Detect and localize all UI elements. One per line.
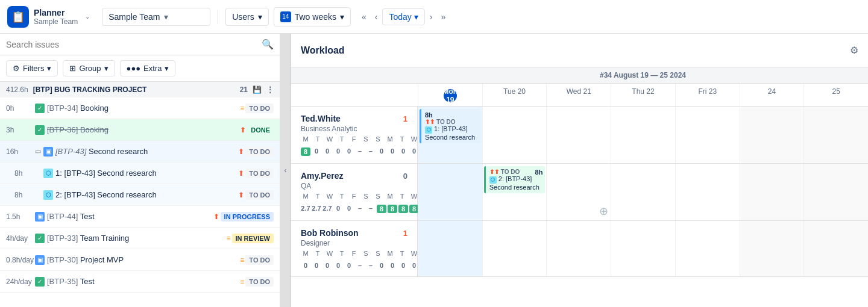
bob-day-0[interactable] [418,221,482,276]
issue-row-btp36[interactable]: 3h ✓ [BTP-36] Booking ⬆ DONE [0,119,280,141]
users-selector[interactable]: Users ▾ [225,8,269,26]
user-info-amy: Amy.Perez 0 QA MTWTFSSMTWTFSSΣ 2.7 2.7 2… [291,164,418,220]
ted-day-6[interactable] [804,107,868,163]
workload-header: Workload ⚙ [291,34,868,67]
issue-title: [BTP-34] Booking [47,104,240,113]
priority-icon: ≡ [240,256,244,264]
day-col-mon: Mon 19 [418,84,482,106]
day-col-thu: Thu 22 [611,84,675,106]
ted-event-0[interactable]: 8h ⬆⬆ TO DO ⬡ 1: [BTP-43] Second researc… [420,109,481,143]
amy-day-0[interactable] [418,164,482,220]
app-icon: 📋 [7,6,29,28]
search-input[interactable] [6,40,258,49]
issue-title: [BTP-43] Second research [55,147,238,156]
issue-row-btp35[interactable]: 24h/day ✓ [BTP-35] Test ≡ TO DO [0,271,280,293]
collapse-panel-button[interactable]: ‹ [280,34,291,307]
issue-hours: 1.5h [6,212,35,221]
user-count-ted: 1 [403,114,407,123]
user-row-amy: Amy.Perez 0 QA MTWTFSSMTWTFSSΣ 2.7 2.7 2… [291,164,868,221]
nav-prev-button[interactable]: ‹ [371,10,382,24]
app-title-chevron[interactable]: ⌄ [85,13,90,20]
project-more-icon[interactable]: ⋮ [266,85,274,94]
day-col-fri: Fri 23 [675,84,740,106]
user-row-ted: Ted.White 1 Business Analytic MTWTFSSMTW… [291,107,868,164]
issue-hours: 8h [14,169,43,178]
amy-day-3[interactable] [611,164,675,220]
bob-day-6[interactable] [804,221,868,276]
add-event-icon[interactable]: ⊕ [599,205,608,218]
user-info-bob: Bob Robinson 1 Designer MTWTFSSMTWTFSSΣ … [291,221,418,276]
priority-icon: ⬆ [238,191,244,199]
bob-day-1[interactable] [482,221,547,276]
day-header-row: Mon 19 Tue 20 Wed 21 Thu 22 Fri 23 24 25 [291,84,868,107]
nav-first-button[interactable]: « [358,10,370,24]
today-button[interactable]: Today ▾ [382,8,424,25]
ted-day-3[interactable] [611,107,675,163]
bob-day-3[interactable] [611,221,675,276]
ted-day-5[interactable] [740,107,804,163]
project-save-icon[interactable]: 💾 [253,85,262,94]
issue-title: [BTP-44] Test [47,212,213,221]
bob-day-2[interactable] [546,221,611,276]
filters-button[interactable]: ⚙ Filters ▾ [6,60,58,76]
project-name: [BTP] BUG TRACKING PROJECT [33,85,147,94]
nav-last-button[interactable]: » [437,10,449,24]
ted-day-4[interactable] [675,107,740,163]
workload-title: Workload [301,45,345,56]
bob-day-4[interactable] [675,221,740,276]
event-subtask-icon: ⬡ [489,176,497,184]
week-spacer [291,67,418,83]
issue-row-btp43-2[interactable]: 8h ⬡ 2: [BTP-43] Second research ⬆ TO DO [0,184,280,206]
ted-hours-row: 8 0 0 0 0 – – 0 0 0 0 0 – [301,147,407,156]
group-label: Group [79,64,101,73]
amy-event-1[interactable]: 8h ⬆⬆ TO DO ⬡ 2: [BTP-43] Second researc… [484,166,546,193]
bob-day-5[interactable] [740,221,804,276]
status-badge: IN REVIEW [232,234,274,243]
status-badge: IN PROGRESS [221,212,274,222]
priority-icon: ⬆ [213,212,219,221]
ted-day-1[interactable] [482,107,547,163]
bob-calendar [418,221,868,276]
issue-type-icon: ▣ [43,147,53,157]
ted-day-2[interactable] [546,107,611,163]
amy-day-2[interactable]: ⊕ [546,164,611,220]
expand-icon[interactable]: ▭ [35,147,41,155]
week-range-row: #34 August 19 — 25 2024 [291,67,868,84]
filters-chevron-icon: ▾ [47,64,51,73]
search-bar: 🔍 [0,34,280,55]
amy-day-6[interactable] [804,164,868,220]
issue-row-btp30[interactable]: 0.8h/day ▣ [BTP-30] Project MVP ≡ TO DO [0,249,280,271]
issue-type-icon: ⬡ [43,190,53,200]
user-name-bob: Bob Robinson 1 [301,228,407,238]
amy-day-labels: MTWTFSSMTWTFSSΣ [301,193,407,200]
amy-day-5[interactable] [740,164,804,220]
amy-day-1[interactable]: 8h ⬆⬆ TO DO ⬡ 2: [BTP-43] Second researc… [482,164,547,220]
search-icon[interactable]: 🔍 [262,39,274,50]
day-col-sat: 24 [740,84,804,106]
gear-icon[interactable]: ⚙ [850,45,858,56]
left-panel: 🔍 ⚙ Filters ▾ ⊞ Group ▾ ●●● Extra ▾ [0,34,280,307]
issue-row-btp44[interactable]: 1.5h ▣ [BTP-44] Test ⬆ IN PROGRESS [0,206,280,228]
app-team: Sample Team [34,17,78,26]
ted-day-0[interactable]: 8h ⬆⬆ TO DO ⬡ 1: [BTP-43] Second researc… [418,107,482,163]
group-button[interactable]: ⊞ Group ▾ [63,60,115,76]
ted-calendar: 8h ⬆⬆ TO DO ⬡ 1: [BTP-43] Second researc… [418,107,868,163]
right-panel: Workload ⚙ #34 August 19 — 25 2024 Mon 1… [291,34,868,307]
issue-hours: 8h [14,191,43,199]
team-selector[interactable]: Sample Team ▾ [102,8,210,26]
issue-row-btp34[interactable]: 0h ✓ [BTP-34] Booking ≡ TO DO [0,98,280,119]
twoweeks-selector[interactable]: 14 Two weeks ▾ [274,7,351,26]
project-header: 412.6h [BTP] BUG TRACKING PROJECT 21 💾 ⋮ [0,82,280,98]
today-chevron-icon: ▾ [414,12,418,22]
user-name-amy: Amy.Perez 0 [301,171,407,181]
issue-row-btp43[interactable]: 16h ▭ ▣ [BTP-43] Second research ⬆ TO DO [0,141,280,163]
team-selector-label: Sample Team [108,12,160,22]
issue-hours: 24h/day [6,278,35,286]
issue-row-btp33[interactable]: 4h/day ✓ [BTP-33] Team Training ≡ IN REV… [0,228,280,249]
nav-next-button[interactable]: › [426,10,436,24]
amy-day-4[interactable] [675,164,740,220]
issue-row-btp43-1[interactable]: 8h ⬡ 1: [BTP-43] Second research ⬆ TO DO [0,163,280,184]
issue-type-icon: ✓ [35,277,45,287]
user-info-ted: Ted.White 1 Business Analytic MTWTFSSMTW… [291,107,418,163]
extra-button[interactable]: ●●● Extra ▾ [120,60,176,76]
